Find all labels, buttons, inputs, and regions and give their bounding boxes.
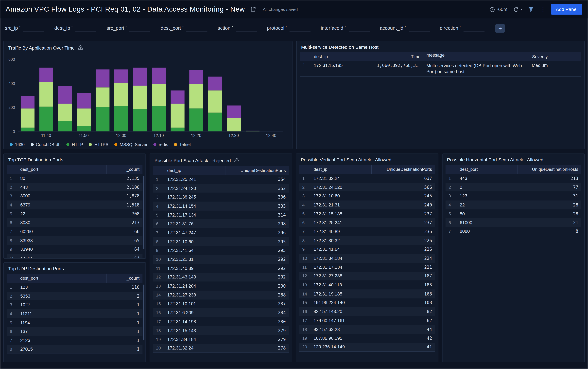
table-row[interactable]: 17172.31.14.198280 <box>153 317 289 326</box>
table-row[interactable]: 3172.31.38.245336 <box>153 193 289 202</box>
table-row[interactable]: 1443213 <box>446 174 581 183</box>
table-row[interactable]: 104778464 <box>7 254 142 259</box>
table-row[interactable]: 68080213 <box>7 218 142 227</box>
filter-input-action[interactable] <box>236 24 257 32</box>
table-row[interactable]: 12172.31.27.238187 <box>299 272 435 280</box>
table-row[interactable]: 16172.31.6.209284 <box>153 308 289 317</box>
table-row[interactable]: 780808 <box>446 227 581 236</box>
stacked-bar-12:10[interactable] <box>152 68 166 131</box>
table-row[interactable]: 4112111 <box>7 309 142 318</box>
table-row[interactable]: 83393865 <box>7 236 142 245</box>
column-header-dest_ip[interactable]: dest_ip <box>311 52 374 61</box>
add-filter-button[interactable]: + <box>496 24 505 32</box>
legend-item-HTTP[interactable]: HTTP <box>67 142 83 147</box>
table-row[interactable]: 10172.31.21.31292 <box>153 255 289 264</box>
table-row[interactable]: 522708 <box>7 209 142 218</box>
filter-input-account_id[interactable] <box>409 24 430 32</box>
table-row[interactable]: 58028 <box>446 209 581 218</box>
column-header-dest_port[interactable]: dest_port <box>17 276 107 280</box>
table-row[interactable]: 19172.31.34.184279 <box>153 335 289 344</box>
legend-item-redis[interactable]: redis <box>153 142 168 147</box>
table-row[interactable]: 1123110 <box>7 283 142 292</box>
column-header-UniqueDestinationPorts[interactable]: UniqueDestinationPorts <box>371 165 435 174</box>
table-row[interactable]: 14172.31.19.185168 <box>299 289 435 298</box>
table-row[interactable]: 17179.60.147.16162 <box>299 316 435 325</box>
filter-input-src_port[interactable] <box>130 24 150 32</box>
table-row[interactable]: 7172.31.47.247296 <box>153 228 289 237</box>
table-row[interactable]: 511941 <box>7 318 142 327</box>
column-header-message[interactable]: message <box>423 52 529 58</box>
stacked-bar-12:25[interactable] <box>208 77 222 132</box>
column-header-dest_port[interactable]: dest_port <box>17 167 107 172</box>
table-row[interactable]: 8172.31.10.60295 <box>153 237 289 246</box>
stacked-bar-12:00[interactable] <box>114 70 128 131</box>
table-row[interactable]: 310271 <box>7 300 142 309</box>
kebab-menu-icon[interactable]: ⋮ <box>539 7 546 12</box>
table-row[interactable]: 463791,518 <box>7 201 142 209</box>
table-row[interactable]: 18172.31.15.143279 <box>153 326 289 335</box>
table-row[interactable]: 20120.236.14.14941 <box>299 343 435 352</box>
table-row[interactable]: 19167.86.96.19542 <box>299 334 435 343</box>
table-row[interactable]: 1802,135 <box>7 174 142 183</box>
table-row[interactable]: 4172.31.21.31240 <box>299 201 435 209</box>
stacked-bar-11:40[interactable] <box>39 68 53 131</box>
table-row[interactable]: 61371 <box>7 327 142 336</box>
table-row[interactable]: 1172.31.15.1851,660,892,768,327Multi-ser… <box>300 61 581 77</box>
table-row[interactable]: 312331 <box>446 192 581 201</box>
table-row[interactable]: 13172.31.40.118183 <box>299 280 435 289</box>
column-header-_count[interactable]: _count <box>107 165 142 174</box>
table-row[interactable]: 6172.31.31.76298 <box>153 219 289 228</box>
table-row[interactable]: 2172.31.24.120566 <box>299 183 435 192</box>
table-row[interactable]: 6172.31.25.241237 <box>299 218 435 227</box>
table-row[interactable]: 8172.31.30.32226 <box>299 236 435 245</box>
column-header-UniqueDestinationHosts[interactable]: UniqueDestinationHosts <box>518 165 581 174</box>
table-row[interactable]: 42228 <box>446 201 581 209</box>
table-row[interactable]: 8270151 <box>7 345 142 354</box>
warning-icon[interactable] <box>234 157 239 164</box>
stacked-bar-12:30[interactable] <box>227 105 240 131</box>
table-row[interactable]: 9172.31.41.64295 <box>153 246 289 255</box>
table-row[interactable]: 253532 <box>7 292 142 300</box>
table-row[interactable]: 2077 <box>446 183 581 192</box>
table-row[interactable]: 12172.31.43.143292 <box>153 273 289 282</box>
stacked-bar-11:35[interactable] <box>20 96 34 131</box>
table-row[interactable]: 721231 <box>7 336 142 345</box>
stacked-bar-11:45[interactable] <box>58 86 72 132</box>
add-panel-button[interactable]: Add Panel <box>551 4 582 15</box>
table-row[interactable]: 2172.31.24.120352 <box>153 184 289 193</box>
table-row[interactable]: 5172.31.15.185237 <box>299 209 435 218</box>
refresh-control[interactable]: ▾ <box>513 6 523 13</box>
stacked-bar-11:55[interactable] <box>95 70 109 132</box>
legend-item-HTTPS[interactable]: HTTPS <box>89 142 108 147</box>
table-row[interactable]: 7172.31.40.89236 <box>299 227 435 236</box>
column-header-UniqueDestinationPorts[interactable]: UniqueDestinationPorts <box>225 166 289 175</box>
table-row[interactable]: 3172.31.10.60245 <box>299 192 435 201</box>
filter-input-dest_ip[interactable] <box>75 24 96 32</box>
scrollbar-thumb[interactable] <box>143 285 144 340</box>
filter-input-dest_port[interactable] <box>186 24 207 32</box>
stacked-bar-11:50[interactable] <box>77 93 91 132</box>
table-row[interactable]: 11172.31.40.89292 <box>153 264 289 273</box>
column-header-_count[interactable]: _count <box>107 274 142 283</box>
filter-input-src_ip[interactable] <box>23 24 44 32</box>
filter-icon[interactable] <box>528 6 535 13</box>
table-row[interactable]: 1172.31.25.241354 <box>153 175 289 184</box>
column-header-Time[interactable]: Time <box>374 52 423 61</box>
table-row[interactable]: 1682.157.143.2082 <box>299 307 435 316</box>
table-row[interactable]: 5172.31.17.134314 <box>153 210 289 219</box>
table-row[interactable]: 15172.31.10.101287 <box>153 299 289 308</box>
column-header-dest_ip[interactable]: dest_ip <box>310 167 371 172</box>
filter-input-protocol[interactable] <box>290 24 311 32</box>
stacked-bar-12:05[interactable] <box>133 68 147 131</box>
legend-item-MSSQLServer[interactable]: MSSQLServer <box>114 142 147 147</box>
filter-input-interfaceid[interactable] <box>349 24 370 32</box>
time-range-control[interactable]: -60m <box>489 6 508 13</box>
table-row[interactable]: 13172.31.24.204290 <box>153 282 289 291</box>
table-row[interactable]: 15191.96.224.140108 <box>299 298 435 307</box>
column-header-Severity[interactable]: Severity <box>529 52 581 61</box>
stacked-bar-12:20[interactable] <box>189 70 203 132</box>
stacked-bar-12:35[interactable] <box>246 131 259 132</box>
table-row[interactable]: 20172.31.32.24278 <box>153 344 289 353</box>
legend-item-Telnet[interactable]: Telnet <box>174 142 191 147</box>
legend-item-1630[interactable]: 1630 <box>10 142 25 147</box>
